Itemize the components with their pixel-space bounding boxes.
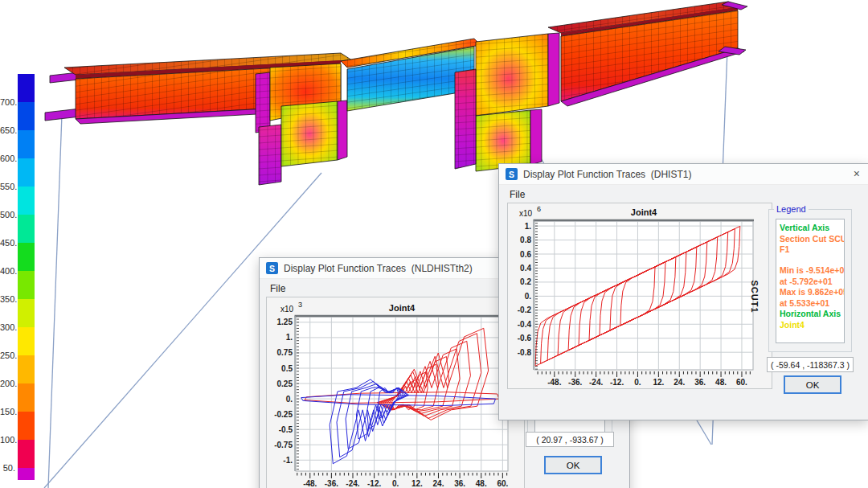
colorbar-segment	[18, 355, 35, 383]
right-axis-label: SCUT1	[750, 269, 760, 325]
svg-text:0.: 0.	[525, 292, 532, 301]
svg-text:-12.: -12.	[367, 479, 381, 488]
colorbar-label: 50.	[0, 463, 15, 473]
svg-text:-24.: -24.	[589, 378, 603, 387]
colorbar-segment	[18, 102, 35, 130]
close-icon[interactable]: ×	[854, 167, 860, 180]
svg-text:-48.: -48.	[303, 479, 317, 488]
svg-text:0.: 0.	[392, 479, 399, 488]
colorbar-label: 100.	[0, 435, 15, 445]
colorbar-label: 200.	[0, 379, 15, 388]
svg-text:-0.8: -0.8	[518, 348, 532, 357]
colorbar-segment	[18, 271, 35, 299]
titlebar[interactable]: S Display Plot Function Traces (DHIST1) …	[499, 164, 868, 185]
svg-text:12.: 12.	[411, 479, 423, 488]
colorbar-label: 400.	[0, 266, 15, 276]
legend-groupbox: Legend Vertical AxisSection Cut SCUT1F1M…	[768, 209, 852, 352]
chart-dhist1[interactable]: -48.-36.-24.-12.0.12.24.36.48.60.1.0.80.…	[508, 203, 772, 388]
ok-button[interactable]: OK	[544, 456, 602, 474]
svg-text:0.5: 0.5	[281, 364, 293, 373]
app-icon: S	[266, 262, 278, 274]
svg-text:48.: 48.	[715, 378, 727, 387]
colorbar-segment	[18, 215, 35, 243]
svg-text:-36.: -36.	[568, 378, 582, 387]
colorbar-label: 350.	[0, 294, 15, 304]
legend-entry: Section Cut SCUT1	[780, 234, 841, 245]
legend-entry: Min is -9.514e+05	[780, 265, 841, 277]
colorbar-segment	[18, 130, 35, 158]
svg-text:-0.2: -0.2	[518, 306, 532, 314]
svg-text:1.: 1.	[286, 333, 293, 342]
colorbar-segment	[18, 412, 35, 440]
svg-text:-1.: -1.	[283, 456, 293, 465]
colorbar-label: 150.	[0, 407, 15, 416]
colorbar-segment	[18, 440, 35, 468]
colorbar-label: 550.	[0, 182, 15, 191]
colorbar-label: 700.	[0, 97, 15, 107]
svg-text:0.75: 0.75	[277, 348, 293, 357]
legend-entry: Joint4	[780, 320, 841, 331]
svg-text:60.: 60.	[736, 378, 747, 387]
legend-entry: Vertical Axis	[780, 223, 841, 234]
colorbar-segment	[18, 243, 35, 271]
sap2000-screen: 700.650.600.550.500.450.400.350.300.250.…	[0, 0, 868, 488]
svg-text:Joint4: Joint4	[389, 303, 416, 313]
legend-entry: at 5.533e+01	[780, 298, 841, 310]
svg-text:12.: 12.	[653, 378, 664, 387]
legend-entry: F1	[780, 244, 841, 256]
svg-text:60.: 60.	[497, 479, 508, 488]
svg-text:24.: 24.	[674, 378, 685, 387]
colorbar-label: 650.	[0, 125, 15, 135]
legend-entry: at -5.792e+01	[780, 277, 841, 288]
legend-title: Legend	[774, 204, 809, 214]
colorbar-label: 500.	[0, 210, 15, 219]
svg-text:-36.: -36.	[325, 479, 338, 488]
menu-file[interactable]: File	[270, 283, 285, 294]
legend-box: Vertical AxisSection Cut SCUT1F1Min is -…	[776, 219, 845, 343]
colorbar-label: 450.	[0, 238, 15, 248]
colorbar-segment	[18, 74, 35, 102]
dialog-title: Display Plot Function Traces (DHIST1)	[523, 169, 691, 180]
ok-button[interactable]: OK	[784, 375, 841, 394]
svg-text:-0.5: -0.5	[279, 425, 293, 434]
colorbar-segment	[18, 383, 35, 412]
colorbar-segment	[18, 158, 35, 187]
svg-text:3: 3	[298, 301, 302, 309]
colorbar-segment	[18, 299, 35, 327]
svg-text:-24.: -24.	[346, 479, 359, 488]
dialog-title: Display Plot Function Traces (NLDHISTth2…	[284, 263, 473, 274]
svg-text:6: 6	[537, 205, 541, 213]
plot-container: -48.-36.-24.-12.0.12.24.36.48.60.1.251.0…	[266, 297, 525, 488]
svg-text:0.6: 0.6	[520, 250, 531, 259]
chart-nldhistth2[interactable]: -48.-36.-24.-12.0.12.24.36.48.60.1.251.0…	[267, 297, 524, 488]
colorbar-label: 600.	[0, 154, 15, 163]
svg-text:0.8: 0.8	[520, 236, 531, 244]
legend-entry	[780, 256, 841, 265]
svg-text:0.: 0.	[286, 395, 293, 404]
svg-text:0.2: 0.2	[520, 277, 531, 286]
colorbar-segment	[18, 327, 35, 355]
svg-text:-12.: -12.	[610, 378, 624, 387]
svg-text:-48.: -48.	[547, 378, 561, 387]
menu-file[interactable]: File	[510, 189, 525, 200]
svg-text:1.: 1.	[525, 222, 532, 231]
colorbar-segment	[18, 187, 35, 215]
dialog-dhist1: S Display Plot Function Traces (DHIST1) …	[498, 163, 868, 420]
svg-text:-0.6: -0.6	[518, 334, 532, 342]
svg-text:0.: 0.	[634, 378, 641, 387]
svg-text:36.: 36.	[454, 479, 465, 488]
legend-entry: Max is 9.862e+05	[780, 287, 841, 298]
stress-colorbar	[18, 74, 35, 480]
colorbar-segment	[18, 468, 35, 480]
legend-entry: Horizontal Axis	[780, 309, 841, 320]
coordinate-readout: ( -59.64 , -118367.3 )	[767, 357, 854, 372]
svg-text:0.4: 0.4	[520, 264, 531, 273]
svg-text:48.: 48.	[476, 479, 487, 488]
colorbar-label: 300.	[0, 322, 15, 332]
menubar: File	[499, 185, 868, 203]
colorbar-label: 250.	[0, 351, 15, 360]
svg-text:Joint4: Joint4	[631, 207, 657, 217]
plot-container: -48.-36.-24.-12.0.12.24.36.48.60.1.0.80.…	[507, 203, 772, 389]
svg-text:0.25: 0.25	[277, 379, 293, 388]
svg-text:36.: 36.	[694, 378, 706, 387]
